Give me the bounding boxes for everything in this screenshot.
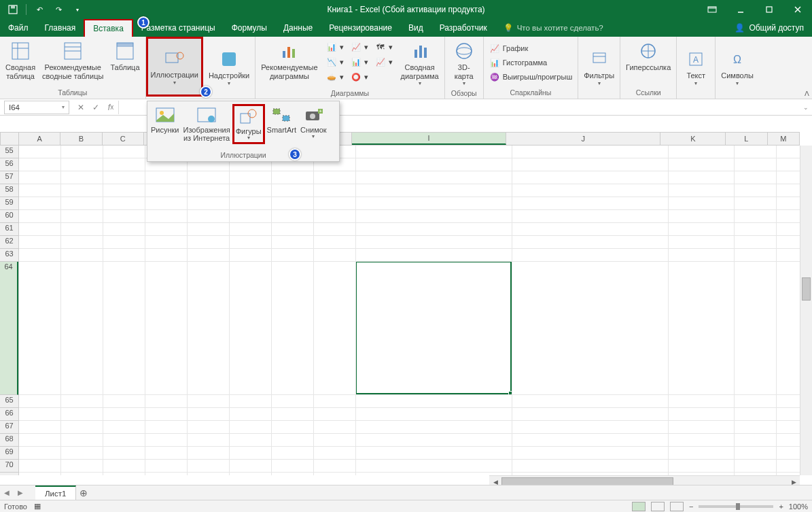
zoom-out-button[interactable]: −: [689, 502, 693, 511]
smartart-button[interactable]: SmartArt: [265, 104, 298, 135]
recommended-char�ん-icon: [279, 40, 300, 62]
column-header-J[interactable]: J: [506, 133, 660, 145]
row-headers[interactable]: 55565758596061626364656667686970: [0, 146, 19, 475]
column-headers[interactable]: ABCDEFGHIJKLM: [19, 132, 800, 146]
row-header-67[interactable]: 67: [0, 421, 18, 434]
collapse-ribbon-button[interactable]: ᐱ: [805, 90, 809, 97]
sheet-nav-prev[interactable]: ◀: [0, 486, 14, 500]
pictures-button[interactable]: Рисунки: [149, 104, 181, 135]
chart-type-2[interactable]: 📈▾: [348, 40, 371, 54]
chart-type-6[interactable]: 📈▾: [372, 55, 395, 69]
illustrations-button[interactable]: Иллюстрации: [146, 37, 203, 97]
close-button[interactable]: [783, 0, 812, 19]
filters-button[interactable]: Фильтры: [581, 39, 617, 96]
row-header-56[interactable]: 56: [0, 158, 18, 171]
column-header-K[interactable]: K: [660, 133, 726, 145]
3d-map-button[interactable]: 3D- карта: [448, 39, 480, 88]
tab-insert[interactable]: Вставка: [84, 19, 133, 37]
share-button[interactable]: 👤 Общий доступ: [726, 19, 812, 37]
row-header-59[interactable]: 59: [0, 197, 18, 210]
text-button[interactable]: A Текст: [679, 39, 712, 96]
pivot-table-button[interactable]: Сводная таблица: [3, 39, 38, 82]
tab-file[interactable]: Файл: [0, 19, 37, 37]
tab-developer[interactable]: Разработчик: [431, 19, 495, 37]
macro-record-icon[interactable]: ▦: [34, 502, 41, 511]
chart-type-5[interactable]: 📊▾: [348, 55, 371, 69]
chart-type-3[interactable]: 🗺▾: [372, 40, 395, 54]
vertical-scrollbar[interactable]: [800, 146, 812, 475]
select-all-button[interactable]: [0, 132, 19, 146]
new-sheet-button[interactable]: ⊕: [76, 488, 91, 498]
online-pictures-button[interactable]: Изображения из Интернета: [181, 104, 232, 143]
zoom-in-button[interactable]: +: [779, 502, 783, 511]
tell-me-search[interactable]: 💡 Что вы хотите сделать?: [504, 19, 603, 37]
pivot-chart-button[interactable]: Сводная диаграмма: [398, 39, 442, 88]
page-layout-view-button[interactable]: [651, 502, 665, 511]
screenshot-button[interactable]: + Снимок: [298, 104, 329, 141]
maximize-button[interactable]: [755, 0, 783, 19]
minimize-button[interactable]: [726, 0, 755, 19]
row-header-68[interactable]: 68: [0, 434, 18, 447]
normal-view-button[interactable]: [632, 502, 646, 511]
qat-customize[interactable]: ▾: [70, 2, 85, 17]
sparkline-column-button[interactable]: 📊Гистограмма: [487, 56, 550, 69]
undo-button[interactable]: ↶: [32, 2, 47, 17]
tab-view[interactable]: Вид: [400, 19, 431, 37]
expand-formula-bar[interactable]: ⌄: [800, 104, 812, 111]
row-header-69[interactable]: 69: [0, 447, 18, 460]
svg-rect-20: [287, 47, 290, 58]
chart-type-7[interactable]: 🥧▾: [323, 70, 347, 84]
callout-badge-1: 1: [137, 16, 149, 29]
cells-area[interactable]: [19, 146, 800, 475]
fx-button[interactable]: fx: [103, 100, 118, 115]
row-header-65[interactable]: 65: [0, 395, 18, 408]
row-header-57[interactable]: 57: [0, 171, 18, 184]
recommended-pivot-button[interactable]: Рекомендуемые сводные таблицы: [39, 39, 106, 82]
hyperlink-button[interactable]: Гиперссылка: [623, 39, 673, 73]
addins-button[interactable]: Надстройки: [206, 39, 252, 96]
zoom-level[interactable]: 100%: [789, 502, 808, 511]
column-header-M[interactable]: M: [768, 133, 800, 145]
row-header-64[interactable]: 64: [0, 262, 18, 395]
row-header-70[interactable]: 70: [0, 460, 18, 473]
column-header-C[interactable]: C: [103, 133, 144, 145]
tab-data[interactable]: Данные: [275, 19, 321, 37]
row-header-63[interactable]: 63: [0, 249, 18, 262]
tab-review[interactable]: Рецензирование: [321, 19, 400, 37]
row-header-58[interactable]: 58: [0, 184, 18, 197]
svg-point-36: [208, 116, 215, 122]
sheet-tab-1[interactable]: Лист1: [35, 485, 76, 500]
column-header-B[interactable]: B: [60, 133, 102, 145]
table-button[interactable]: Таблица: [107, 39, 142, 73]
recommended-charts-button[interactable]: Рекомендуемые диаграммы: [258, 39, 320, 82]
chart-type-1[interactable]: 📊▾: [323, 40, 347, 54]
page-break-view-button[interactable]: [670, 502, 684, 511]
zoom-slider[interactable]: [699, 505, 773, 508]
worksheet-grid[interactable]: ABCDEFGHIJKLM 55565758596061626364656667…: [0, 116, 812, 488]
chart-type-8[interactable]: ⭕▾: [348, 70, 371, 84]
enter-formula-button[interactable]: ✓: [88, 100, 103, 115]
sparkline-line-button[interactable]: 📈График: [487, 41, 531, 55]
row-header-61[interactable]: 61: [0, 223, 18, 236]
symbols-button[interactable]: Ω Символы: [718, 39, 756, 96]
sheet-nav-next[interactable]: ▶: [14, 486, 27, 500]
column-header-L[interactable]: L: [726, 133, 767, 145]
tab-formulas[interactable]: Формулы: [224, 19, 275, 37]
chart-type-4[interactable]: 📉▾: [323, 55, 347, 69]
sparkline-winloss-button[interactable]: ♒Выигрыш/проигрыш: [487, 70, 576, 84]
redo-button[interactable]: ↷: [51, 2, 66, 17]
shapes-button[interactable]: Фигуры: [232, 104, 265, 144]
ribbon-options-button[interactable]: [698, 0, 726, 19]
cancel-formula-button[interactable]: ✕: [73, 100, 88, 115]
name-box[interactable]: I64▾: [4, 101, 69, 114]
row-header-66[interactable]: 66: [0, 408, 18, 421]
save-button[interactable]: [5, 2, 20, 17]
row-header-60[interactable]: 60: [0, 210, 18, 223]
column-header-A[interactable]: A: [19, 133, 60, 145]
tab-home[interactable]: Главная: [37, 19, 84, 37]
row-header-55[interactable]: 55: [0, 146, 18, 158]
row-header-62[interactable]: 62: [0, 236, 18, 249]
svg-point-42: [310, 114, 315, 119]
chevron-down-icon: [736, 80, 739, 86]
column-header-I[interactable]: I: [352, 133, 506, 145]
